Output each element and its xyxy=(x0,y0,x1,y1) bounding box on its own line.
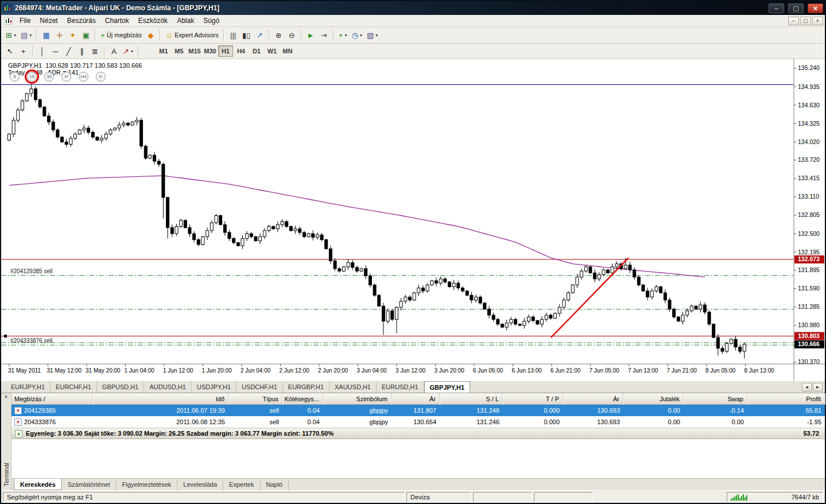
column-header-9[interactable]: Jutalék xyxy=(623,393,684,405)
channel-button[interactable]: ∥ xyxy=(75,45,88,57)
market-watch-button[interactable]: ▦ xyxy=(40,29,53,41)
navigator-button[interactable]: ✦ xyxy=(66,29,79,41)
horizontal-line-button[interactable]: ─ xyxy=(49,45,62,57)
column-header-5[interactable]: Ár xyxy=(391,393,440,405)
menu-file[interactable]: File xyxy=(15,15,35,26)
maximize-button[interactable]: ▢ xyxy=(788,3,804,13)
quick-tf-d-button[interactable]: D xyxy=(96,72,106,82)
chart-tab-usdchf[interactable]: USDCHF,H1 xyxy=(236,381,283,393)
order-row[interactable]: ▼2041293852011.06.07 19:39sell0.04gbpjpy… xyxy=(11,405,825,416)
chart-tab-eurusd[interactable]: EURUSD,H1 xyxy=(377,381,424,393)
timeframe-h4-button[interactable]: H4 xyxy=(234,45,249,57)
chart-tabs-scroll-right-button[interactable]: ► xyxy=(813,383,823,391)
timeframe-h1-button[interactable]: H1 xyxy=(218,45,233,57)
price-tick-label: 135.240 xyxy=(798,64,820,71)
zoom-out-button[interactable]: ⊖ xyxy=(285,29,298,41)
fibonacci-button[interactable]: ≣ xyxy=(88,45,102,57)
periods-button[interactable]: ◷▾ xyxy=(350,29,364,41)
text-button[interactable]: A xyxy=(107,45,121,57)
arrows-button[interactable]: ↗▾ xyxy=(121,45,135,57)
chart-tab-usdjpy[interactable]: USDJPY,H1 xyxy=(192,381,236,393)
cursor-button[interactable]: ↖ xyxy=(3,45,17,57)
line-chart-button[interactable]: ↗ xyxy=(253,29,266,41)
chart-tab-gbpjpy[interactable]: GBPJPY,H1 xyxy=(424,381,471,393)
terminal-tab-számlatörténet[interactable]: Számlatörténet xyxy=(62,479,117,490)
chart-tab-eurjpy[interactable]: EURJPY,H1 xyxy=(6,381,51,393)
time-tick-label: 3 Jun 12:00 xyxy=(395,367,426,374)
time-tick-label: 8 Jun 13:00 xyxy=(744,367,775,374)
menu-súgó[interactable]: Súgó xyxy=(199,15,224,26)
crosshair-button[interactable]: + xyxy=(17,45,30,57)
minimize-button[interactable]: – xyxy=(769,3,784,13)
templates-button[interactable]: ▧▾ xyxy=(364,29,380,41)
chart-tab-audusd[interactable]: AUDUSD,H1 xyxy=(144,381,192,393)
mdi-minimize-button[interactable]: – xyxy=(788,17,799,25)
line-chart-icon: ↗ xyxy=(257,32,263,39)
candle-body xyxy=(373,285,376,295)
new-chart-button[interactable]: ⊞▾ xyxy=(3,29,18,41)
chart-tab-gbpusd[interactable]: GBPUSD,H1 xyxy=(97,381,145,393)
auto-scroll-button[interactable]: ► xyxy=(304,29,317,41)
chart-tab-eurchf[interactable]: EURCHF,H1 xyxy=(51,381,97,393)
column-header-6[interactable]: S / L xyxy=(440,393,503,405)
column-header-2[interactable]: Típus xyxy=(228,393,282,405)
timeframe-m5-button[interactable]: M5 xyxy=(172,45,187,57)
column-header-11[interactable]: Profit xyxy=(747,393,825,405)
candle-body xyxy=(170,228,173,234)
terminal-tab-figyelmeztetések[interactable]: Figyelmeztetések xyxy=(117,479,178,490)
zoom-in-button[interactable]: ⊕ xyxy=(272,29,285,41)
quick-tf-h4-button[interactable]: H4 xyxy=(79,72,88,82)
profiles-button[interactable]: ▤▾ xyxy=(18,29,34,41)
menu-chartok[interactable]: Chartok xyxy=(100,15,134,26)
terminal-tab-kereskedés[interactable]: Kereskedés xyxy=(14,479,62,490)
menu-nézet[interactable]: Nézet xyxy=(35,15,62,26)
terminal-tab-napló[interactable]: Napló xyxy=(261,479,289,490)
candle-body xyxy=(259,237,262,241)
column-header-0[interactable]: Megbízás / xyxy=(11,393,93,405)
mdi-restore-button[interactable]: ▢ xyxy=(800,17,811,25)
menu-beszúrás[interactable]: Beszúrás xyxy=(63,15,100,26)
timeframe-w1-button[interactable]: W1 xyxy=(265,45,280,57)
chart-shift-button[interactable]: ⇥ xyxy=(317,29,331,41)
column-header-3[interactable]: Kötésegys... xyxy=(282,393,323,405)
new-order-button[interactable]: +Új megbízás xyxy=(98,29,144,41)
chart-area[interactable]: #204129385 sell#204333876 sell135.240134… xyxy=(1,59,825,381)
column-header-4[interactable]: Szimbólum xyxy=(323,393,391,405)
mdi-close-button[interactable]: × xyxy=(812,17,823,25)
menu-eszközök[interactable]: Eszközök xyxy=(134,15,172,26)
vertical-line-button[interactable]: │ xyxy=(36,45,49,57)
timeframe-d1-button[interactable]: D1 xyxy=(249,45,264,57)
terminal-tab-expertek[interactable]: Expertek xyxy=(223,479,260,490)
column-header-1[interactable]: Idő xyxy=(93,393,228,405)
metaeditor-button[interactable]: ◆ xyxy=(144,29,157,41)
chart-tab-xauusd[interactable]: XAUUSD,H1 xyxy=(329,381,377,393)
trendline-button[interactable]: ╱ xyxy=(62,45,75,57)
terminal-close-icon[interactable]: × xyxy=(5,394,8,400)
timeframe-m15-button[interactable]: M15 xyxy=(187,45,202,57)
column-header-8[interactable]: Ár xyxy=(563,393,623,405)
candlestick-chart-button[interactable]: ▮▯ xyxy=(240,29,253,41)
data-window-button[interactable]: ✛ xyxy=(53,29,66,41)
timeframe-mn-button[interactable]: MN xyxy=(280,45,295,57)
hline-handle[interactable] xyxy=(4,335,7,338)
column-header-7[interactable]: T / P xyxy=(503,393,563,405)
quick-tf-30-button[interactable]: 30 xyxy=(44,72,54,82)
order-row[interactable]: ▼2043338762011.06.08 12:35sell0.04gbpjpy… xyxy=(11,416,825,428)
menu-ablak[interactable]: Ablak xyxy=(172,15,199,26)
terminal-side-strip: × Terminál xyxy=(1,393,11,490)
column-header-10[interactable]: Swap xyxy=(684,393,747,405)
chart-tab-eurgbp[interactable]: EURGBP,H1 xyxy=(283,381,329,393)
candle-body xyxy=(421,288,424,291)
quick-tf-5-button[interactable]: 5 xyxy=(10,72,20,82)
terminal-button[interactable]: ▣ xyxy=(79,29,92,41)
timeframe-m30-button[interactable]: M30 xyxy=(203,45,218,57)
indicators-button[interactable]: +▾ xyxy=(336,29,350,41)
price-chart[interactable]: #204129385 sell#204333876 sell135.240134… xyxy=(1,59,825,381)
bar-chart-button[interactable]: ||| xyxy=(227,29,240,41)
expert-advisors-button[interactable]: ☺Expert Advisors xyxy=(163,29,221,41)
terminal-tab-levelesláda[interactable]: Levelesláda xyxy=(177,479,223,490)
timeframe-m1-button[interactable]: M1 xyxy=(156,45,171,57)
quick-tf-h-button[interactable]: H xyxy=(61,72,71,82)
close-button[interactable]: × xyxy=(808,3,823,13)
chart-tabs-scroll-left-button[interactable]: ◄ xyxy=(802,383,812,391)
